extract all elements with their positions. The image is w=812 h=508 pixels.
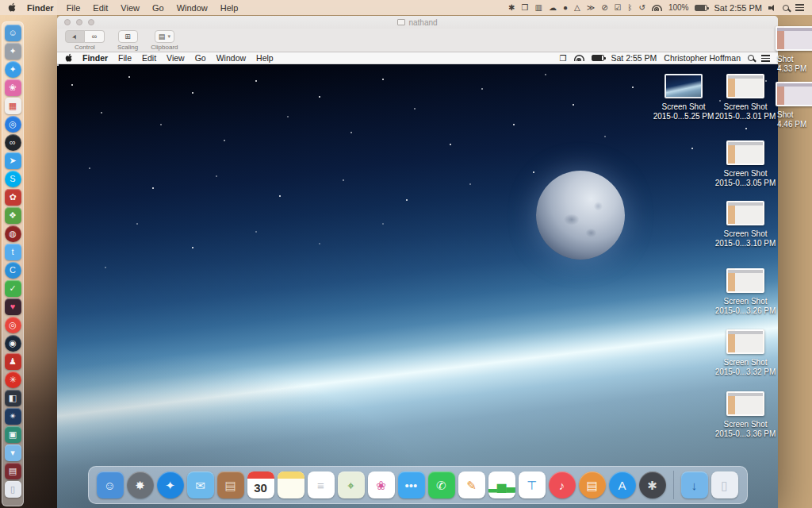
cloud-menu-icon[interactable]: ☁	[549, 4, 557, 12]
finder-icon[interactable]: ☺	[97, 471, 124, 498]
green-check-app-icon[interactable]: ✓	[5, 280, 21, 297]
skype-icon[interactable]: S	[5, 171, 21, 187]
spotlight-icon[interactable]	[783, 5, 789, 11]
menu-item[interactable]: View	[121, 3, 140, 13]
menu-item[interactable]: View	[167, 53, 185, 63]
observe-button[interactable]: ∞	[85, 30, 105, 43]
desktop-file-icon[interactable]: Screen Shot 2015-0...3.26 PM	[710, 268, 778, 316]
red-game-app-icon[interactable]: ✿	[5, 189, 21, 206]
heart-app-icon[interactable]: ♥	[5, 298, 21, 315]
desktop-file-icon[interactable]: Screen Shot 2015-0...3.05 PM	[710, 140, 778, 188]
time-machine-menu-icon[interactable]: ↺	[638, 4, 645, 12]
red-asterisk-app-icon[interactable]: ✳	[5, 371, 21, 388]
menu-item[interactable]: Window	[216, 53, 246, 63]
appstore-icon[interactable]: A	[609, 471, 636, 498]
window-titlebar[interactable]: nathand	[57, 16, 778, 29]
pages-icon[interactable]: ✎	[458, 471, 485, 498]
calendar-icon[interactable]: 30	[247, 471, 274, 498]
numbers-icon[interactable]: ▂▅▃	[488, 471, 515, 498]
menu-item[interactable]: Window	[177, 3, 208, 13]
blue-bird-app-icon[interactable]: ➤	[5, 152, 21, 169]
desktop-file-icon[interactable]: Shot 4.46 PM	[776, 82, 812, 129]
launchpad-icon[interactable]: ✸	[127, 471, 154, 498]
desktop-file-icon[interactable]: Screen Shot 2015-0...3.01 PM	[710, 74, 778, 121]
twitter-icon[interactable]: t	[5, 244, 21, 260]
clock-slash-menu-icon[interactable]: ⊘	[601, 4, 607, 12]
facetime-icon[interactable]: ✆	[428, 471, 455, 498]
dark-red-round-app-icon[interactable]: ◍	[5, 225, 21, 242]
menu-item[interactable]: Edit	[93, 3, 108, 13]
mail-icon[interactable]: ✉	[187, 471, 214, 498]
apple-menu-icon[interactable]	[8, 2, 17, 13]
wifi-icon[interactable]	[652, 5, 662, 11]
steam-icon[interactable]: ◉	[5, 335, 21, 352]
menu-item[interactable]: Finder	[27, 3, 54, 13]
menu-item[interactable]: Go	[152, 3, 164, 13]
dark-glasses-app-icon[interactable]: ∞	[5, 134, 21, 151]
finder-icon[interactable]: ☺	[5, 25, 21, 41]
menu-item[interactable]: Help	[256, 53, 274, 63]
cube-app-icon[interactable]: ◧	[5, 390, 21, 406]
desktop-file-icon[interactable]: Screen Shot 2015-0...3.36 PM	[710, 391, 778, 439]
notification-center-icon[interactable]	[795, 4, 804, 11]
minimize-button[interactable]	[76, 19, 82, 25]
menubar-clock[interactable]: Sat 2:55 PM	[611, 53, 657, 63]
menu-item[interactable]: Help	[220, 3, 239, 13]
safari-icon[interactable]: ✦	[157, 471, 184, 498]
zoom-button[interactable]	[88, 19, 94, 25]
teal-app-icon[interactable]: ▣	[5, 426, 21, 443]
ibooks-icon[interactable]: ▤	[579, 471, 606, 498]
grey-app-icon[interactable]: ✦	[5, 43, 21, 60]
apple-menu-icon[interactable]	[65, 53, 75, 64]
blue-round-app-icon[interactable]: ◎	[5, 116, 21, 133]
trash-icon[interactable]: ▯	[5, 481, 21, 498]
system-preferences-icon[interactable]: ✱	[639, 471, 666, 498]
photos-icon[interactable]: ❀	[368, 471, 395, 498]
contacts-icon[interactable]: ▤	[217, 471, 244, 498]
maps-icon[interactable]: ⌖	[338, 471, 365, 498]
menu-item[interactable]: File	[118, 53, 132, 63]
menu-item[interactable]: File	[67, 3, 81, 13]
scaling-button[interactable]: ⊞	[118, 30, 138, 43]
white-red-app-icon[interactable]: ▦	[5, 98, 21, 114]
desktop-file-icon[interactable]: Screen Shot 2015-0...3.10 PM	[710, 201, 778, 248]
grid-menu-icon[interactable]: ▥	[534, 4, 542, 12]
fast-forward-menu-icon[interactable]: ≫	[587, 4, 595, 12]
reminders-icon[interactable]: ≡	[308, 471, 335, 498]
menu-item[interactable]: Finder	[82, 53, 108, 63]
asterisk-menu-icon[interactable]: ✱	[508, 4, 515, 12]
windows-menu-icon[interactable]: ❒	[521, 4, 528, 12]
red-figure-app-icon[interactable]: ♟	[5, 353, 21, 370]
dark-red-folder-icon[interactable]: ▤	[5, 463, 21, 479]
keynote-icon[interactable]: ⊤	[519, 471, 546, 498]
chrome-icon[interactable]: ◎	[5, 317, 21, 333]
desktop-file-icon[interactable]: Shot 4.33 PM	[776, 26, 812, 74]
downloads-folder-icon[interactable]: ↓	[681, 471, 708, 498]
messages-icon[interactable]: •••	[398, 471, 425, 498]
notification-center-icon[interactable]	[761, 55, 770, 62]
safari-icon[interactable]: ✦	[5, 61, 21, 78]
clipboard-button[interactable]: ▤ ▾	[155, 30, 174, 43]
display-mirroring-icon[interactable]: ❐	[560, 54, 567, 63]
close-button[interactable]	[64, 19, 71, 25]
downloads-folder-icon[interactable]: ▾	[5, 444, 21, 461]
menubar-clock[interactable]: Sat 2:55 PM	[714, 3, 762, 13]
photos-app-icon[interactable]: ❀	[5, 79, 21, 96]
bell-menu-icon[interactable]: △	[574, 4, 580, 12]
notes-icon[interactable]	[278, 471, 304, 498]
desktop-file-icon[interactable]: Screen Shot 2015-0...3.32 PM	[710, 329, 778, 377]
itunes-icon[interactable]: ♪	[549, 471, 576, 498]
desktop-file-icon[interactable]: Screen Shot 2015-0...5.25 PM	[649, 74, 718, 121]
blue-c-app-icon[interactable]: C	[5, 262, 21, 279]
control-cursor-button[interactable]: ➤	[65, 30, 85, 43]
green-app-icon[interactable]: ❖	[5, 207, 21, 224]
trash-icon[interactable]: ▯	[711, 471, 738, 498]
user-menu[interactable]: Christopher Hoffman	[664, 53, 741, 63]
spotlight-icon[interactable]	[748, 55, 754, 61]
checkbox-menu-icon[interactable]: ☑	[615, 4, 622, 12]
dark-blue-app-icon[interactable]: ✴	[5, 408, 21, 425]
menu-item[interactable]: Edit	[142, 53, 156, 63]
menu-item[interactable]: Go	[195, 53, 206, 63]
bluetooth-menu-icon[interactable]: ᛒ	[627, 4, 632, 12]
wifi-icon[interactable]	[574, 55, 584, 61]
